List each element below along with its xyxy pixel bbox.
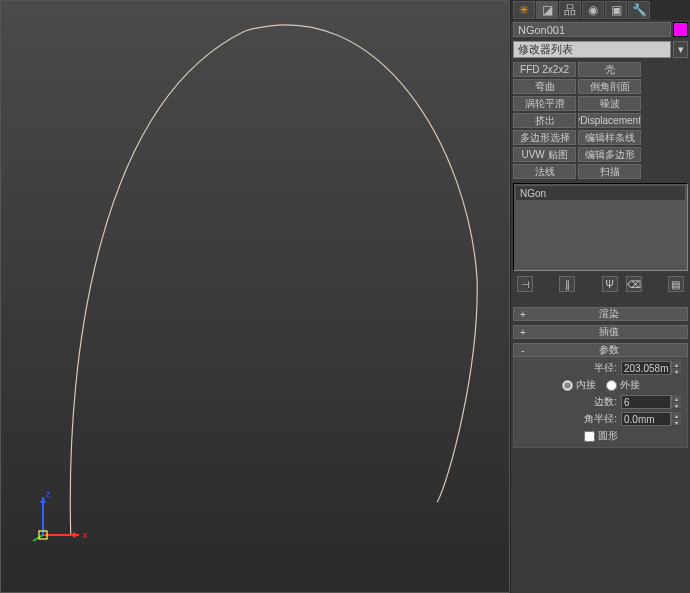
command-panel-tabs: ✳ ◪ 品 ◉ ▣ 🔧 xyxy=(511,0,690,20)
mod-btn-uvwmap[interactable]: UVW 贴图 xyxy=(513,147,576,162)
svg-line-4 xyxy=(33,535,43,541)
rollout-interp: + 插值 xyxy=(513,325,688,339)
axis-gizmo: x z xyxy=(31,487,91,547)
object-color-swatch[interactable] xyxy=(673,22,688,37)
rollout-params-body: 半径: ▴▾ 内接 外接 边数: xyxy=(513,357,688,448)
plus-icon: + xyxy=(518,327,528,338)
corner-radius-input[interactable] xyxy=(621,412,671,426)
mod-btn-sweep[interactable]: 扫描 xyxy=(578,164,641,179)
rollout-params-header[interactable]: - 参数 xyxy=(513,343,688,357)
circumscribed-label: 外接 xyxy=(620,378,640,392)
mod-btn-extrude[interactable]: 挤出 xyxy=(513,113,576,128)
radius-spinner[interactable]: ▴▾ xyxy=(621,361,681,375)
show-end-result-button[interactable]: ∥ xyxy=(559,276,575,292)
make-unique-button[interactable]: Ψ xyxy=(602,276,618,292)
svg-marker-1 xyxy=(73,532,79,538)
command-panel: ✳ ◪ 品 ◉ ▣ 🔧 修改器列表 ▾ FFD 2x2x2 壳 弯曲 倒角剖面 … xyxy=(510,0,690,593)
minus-icon: - xyxy=(518,345,528,356)
sides-spinner[interactable]: ▴▾ xyxy=(621,395,681,409)
modifier-button-grid: FFD 2x2x2 壳 弯曲 倒角剖面 涡轮平滑 噪波 挤出 ayDisplac… xyxy=(511,60,690,181)
display-tab[interactable]: ▣ xyxy=(605,1,627,19)
circular-checkbox[interactable]: 圆形 xyxy=(520,429,681,443)
rollout-render-title: 渲染 xyxy=(534,307,683,321)
modify-tab[interactable]: ◪ xyxy=(536,1,558,19)
mod-btn-editspline[interactable]: 编辑样条线 xyxy=(578,130,641,145)
viewport[interactable]: x z xyxy=(0,0,510,593)
sides-label: 边数: xyxy=(594,395,617,409)
inscribed-radio[interactable]: 内接 xyxy=(562,378,596,392)
spinner-down-icon[interactable]: ▾ xyxy=(671,368,681,375)
rollout-render-header[interactable]: + 渲染 xyxy=(513,307,688,321)
axis-z-label: z xyxy=(46,489,51,499)
remove-modifier-button[interactable]: ⌫ xyxy=(626,276,642,292)
circumscribed-radio[interactable]: 外接 xyxy=(606,378,640,392)
hierarchy-tab[interactable]: 品 xyxy=(559,1,581,19)
rollout-params-title: 参数 xyxy=(534,343,683,357)
motion-tab[interactable]: ◉ xyxy=(582,1,604,19)
mod-btn-displacement[interactable]: ayDisplacementM xyxy=(578,113,641,128)
rollout-render: + 渲染 xyxy=(513,307,688,321)
mod-btn-bevel-profile[interactable]: 倒角剖面 xyxy=(578,79,641,94)
mod-btn-ffd[interactable]: FFD 2x2x2 xyxy=(513,62,576,77)
stack-toolbar: ⊣ ∥ Ψ ⌫ ▤ xyxy=(511,273,690,295)
spinner-down-icon[interactable]: ▾ xyxy=(671,402,681,409)
rollout-interp-title: 插值 xyxy=(534,325,683,339)
modifier-list-dropdown[interactable]: 修改器列表 xyxy=(513,41,671,58)
modifier-list-arrow[interactable]: ▾ xyxy=(673,41,688,58)
mod-btn-editpoly[interactable]: 编辑多边形 xyxy=(578,147,641,162)
circular-label: 圆形 xyxy=(598,429,618,443)
corner-radius-label: 角半径: xyxy=(584,412,617,426)
mod-btn-turbosmooth[interactable]: 涡轮平滑 xyxy=(513,96,576,111)
radius-label: 半径: xyxy=(594,361,617,375)
object-name-input[interactable] xyxy=(513,22,671,37)
mod-btn-noise[interactable]: 噪波 xyxy=(578,96,641,111)
utilities-tab[interactable]: 🔧 xyxy=(628,1,650,19)
mod-btn-bend[interactable]: 弯曲 xyxy=(513,79,576,94)
radius-input[interactable] xyxy=(621,361,671,375)
modifier-stack[interactable]: NGon xyxy=(513,183,688,271)
plus-icon: + xyxy=(518,309,528,320)
inscribed-label: 内接 xyxy=(576,378,596,392)
sides-input[interactable] xyxy=(621,395,671,409)
create-tab[interactable]: ✳ xyxy=(513,1,535,19)
mod-btn-normal[interactable]: 法线 xyxy=(513,164,576,179)
mod-btn-polyselect[interactable]: 多边形选择 xyxy=(513,130,576,145)
rollout-interp-header[interactable]: + 插值 xyxy=(513,325,688,339)
rollout-params: - 参数 半径: ▴▾ 内接 外接 xyxy=(513,343,688,448)
pin-stack-button[interactable]: ⊣ xyxy=(517,276,533,292)
configure-sets-button[interactable]: ▤ xyxy=(668,276,684,292)
corner-radius-spinner[interactable]: ▴▾ xyxy=(621,412,681,426)
mod-btn-shell[interactable]: 壳 xyxy=(578,62,641,77)
axis-x-label: x xyxy=(83,530,88,540)
spinner-down-icon[interactable]: ▾ xyxy=(671,419,681,426)
stack-item-ngon[interactable]: NGon xyxy=(516,186,685,200)
